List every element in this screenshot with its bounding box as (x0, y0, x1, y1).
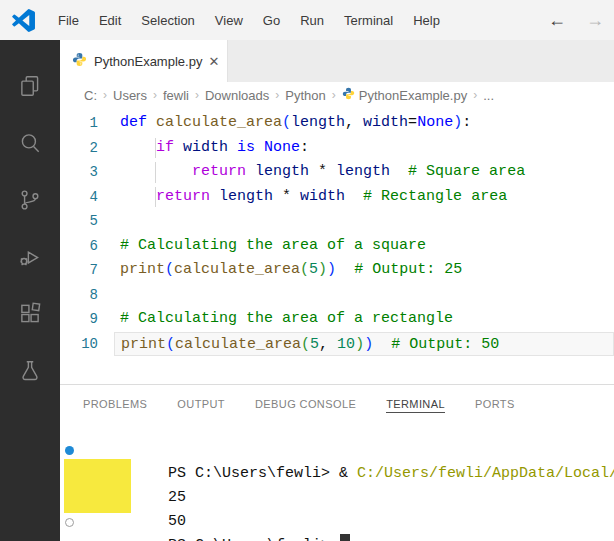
menu-item-help[interactable]: Help (403, 13, 450, 28)
code-editor[interactable]: 1def calculate_area(length, width=None):… (60, 108, 614, 384)
line-number[interactable]: 10 (60, 332, 98, 357)
panel-tab-terminal[interactable]: TERMINAL (386, 398, 445, 413)
breadcrumb-symbol-tail[interactable]: ... (483, 88, 494, 103)
code-line-3[interactable]: 3 return length * length # Square area (60, 160, 614, 185)
python-file-icon (72, 52, 87, 71)
python-file-icon (342, 87, 355, 103)
breadcrumb-downloads[interactable]: Downloads (205, 88, 269, 103)
terminal-output-line: 25 (60, 462, 614, 486)
code-line-10-current[interactable]: 10print(calculate_area(5, 10)) # Output:… (60, 332, 614, 357)
extensions-icon[interactable] (0, 285, 60, 342)
activity-bar (0, 40, 60, 541)
line-number[interactable]: 7 (60, 258, 98, 283)
chevron-right-icon: › (195, 88, 199, 102)
code-text[interactable]: return length * width # Rectangle area (98, 185, 614, 210)
line-number[interactable]: 5 (60, 209, 98, 234)
command-decoration-icon[interactable] (65, 518, 74, 527)
line-number[interactable]: 6 (60, 234, 98, 259)
code-line-9[interactable]: 9# Calculating the area of a rectangle (60, 307, 614, 332)
forward-arrow-icon[interactable]: → (576, 10, 614, 31)
line-number[interactable]: 3 (60, 160, 98, 185)
code-text[interactable] (98, 209, 614, 234)
vscode-window: File Edit Selection View Go Run Terminal… (0, 0, 614, 541)
terminal[interactable]: PS C:\Users\fewli> & C:/Users/fewli/AppD… (60, 425, 614, 541)
chevron-right-icon: › (473, 88, 477, 102)
chevron-right-icon: › (103, 88, 107, 102)
chevron-right-icon: › (332, 88, 336, 102)
code-text[interactable]: return length * length # Square area (98, 160, 614, 185)
explorer-icon[interactable] (0, 57, 60, 114)
line-number[interactable]: 2 (60, 136, 98, 161)
search-icon[interactable] (0, 114, 60, 171)
breadcrumb-drive[interactable]: C: (84, 88, 97, 103)
breadcrumb-python[interactable]: Python (285, 88, 325, 103)
code-text[interactable]: if width is None: (98, 136, 614, 161)
code-text[interactable]: def calculate_area(length, width=None): (98, 111, 614, 136)
code-text[interactable]: print(calculate_area(5)) # Output: 25 (98, 258, 614, 283)
panel-tab-problems[interactable]: PROBLEMS (83, 398, 147, 412)
code-text[interactable]: print(calculate_area(5, 10)) # Output: 5… (114, 332, 614, 357)
chevron-right-icon: › (153, 88, 157, 102)
terminal-output-line: 50 (60, 486, 614, 510)
terminal-cursor (340, 534, 350, 541)
breadcrumb-file[interactable]: PythonExample.py (359, 88, 467, 103)
code-line-4[interactable]: 4 return length * width # Rectangle area (60, 185, 614, 210)
chevron-right-icon: › (275, 88, 279, 102)
code-text[interactable]: # Calculating the area of a square (98, 234, 614, 259)
menu-item-run[interactable]: Run (290, 13, 334, 28)
code-line-7[interactable]: 7print(calculate_area(5)) # Output: 25 (60, 258, 614, 283)
main-area: PythonExample.py ✕ C: › Users › fewli › … (60, 40, 614, 541)
terminal-command-line: PS C:\Users\fewli> & C:/Users/fewli/AppD… (60, 438, 614, 462)
menu-bar: File Edit Selection View Go Run Terminal… (0, 0, 614, 40)
code-line-8[interactable]: 8 (60, 283, 614, 308)
panel-tab-bar: PROBLEMS OUTPUT DEBUG CONSOLE TERMINAL P… (60, 385, 614, 425)
code-line-2[interactable]: 2 if width is None: (60, 136, 614, 161)
command-decoration-icon[interactable] (65, 446, 74, 455)
menu-item-view[interactable]: View (205, 13, 253, 28)
tab-title: PythonExample.py (94, 54, 202, 69)
history-nav: ← → (538, 0, 614, 40)
code-line-1[interactable]: 1def calculate_area(length, width=None): (60, 111, 614, 136)
breadcrumb: C: › Users › fewli › Downloads › Python … (60, 82, 614, 108)
tab-close-icon[interactable]: ✕ (208, 54, 219, 69)
panel-tab-debug-console[interactable]: DEBUG CONSOLE (255, 398, 356, 412)
line-number[interactable]: 1 (60, 111, 98, 136)
code-line-5[interactable]: 5 (60, 209, 614, 234)
vscode-logo-icon (12, 9, 35, 32)
menu-item-file[interactable]: File (48, 13, 89, 28)
breadcrumb-users[interactable]: Users (113, 88, 147, 103)
back-arrow-icon[interactable]: ← (538, 10, 576, 31)
menu-item-selection[interactable]: Selection (131, 13, 204, 28)
panel-tab-output[interactable]: OUTPUT (177, 398, 225, 412)
terminal-prompt-line: PS C:\Users\fewli> (60, 510, 614, 534)
testing-icon[interactable] (0, 342, 60, 399)
editor-tab-bar: PythonExample.py ✕ (60, 40, 614, 82)
line-number[interactable]: 9 (60, 307, 98, 332)
code-line-6[interactable]: 6# Calculating the area of a square (60, 234, 614, 259)
line-number[interactable]: 4 (60, 185, 98, 210)
menu-item-edit[interactable]: Edit (89, 13, 131, 28)
run-and-debug-icon[interactable] (0, 228, 60, 285)
panel-tab-ports[interactable]: PORTS (475, 398, 515, 412)
source-control-icon[interactable] (0, 171, 60, 228)
code-text[interactable] (98, 283, 614, 308)
code-text[interactable]: # Calculating the area of a rectangle (98, 307, 614, 332)
tab-pythonexample-py[interactable]: PythonExample.py ✕ (60, 40, 228, 82)
menu-item-terminal[interactable]: Terminal (334, 13, 403, 28)
line-number[interactable]: 8 (60, 283, 98, 308)
bottom-panel: PROBLEMS OUTPUT DEBUG CONSOLE TERMINAL P… (60, 384, 614, 541)
menu-item-go[interactable]: Go (253, 13, 290, 28)
terminal-text: PS C:\Users\fewli> (168, 537, 339, 541)
breadcrumb-fewli[interactable]: fewli (163, 88, 189, 103)
